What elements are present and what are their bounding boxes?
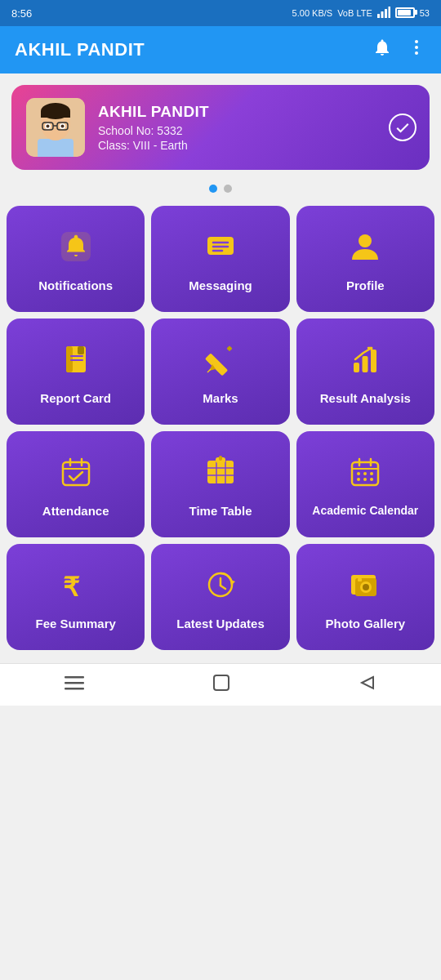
svg-point-54: [363, 472, 367, 475]
verified-checkmark-icon: [389, 114, 416, 141]
app-bar-actions: [372, 38, 426, 62]
latest-updates-label: Latest Updates: [176, 617, 265, 631]
grid-item-report-card[interactable]: Report Card: [7, 318, 145, 425]
notifications-label: Notifications: [38, 278, 113, 293]
svg-rect-31: [205, 353, 228, 376]
grid-item-notifications[interactable]: Notifications: [7, 206, 145, 312]
svg-rect-69: [65, 676, 84, 679]
svg-rect-33: [226, 345, 232, 351]
grid-item-latest-updates[interactable]: Latest Updates: [151, 544, 289, 650]
grid-item-fee-summary[interactable]: ₹ Fee Summary: [7, 544, 145, 650]
svg-rect-70: [65, 682, 84, 684]
status-bar: 8:56 5.00 KB/S VoB LTE 53: [0, 0, 441, 26]
svg-marker-73: [362, 677, 373, 688]
rupee-icon: ₹: [58, 567, 94, 608]
bottom-navigation: [0, 663, 441, 706]
timetable-icon: [203, 454, 238, 496]
result-analysis-label: Result Analysis: [320, 391, 411, 406]
svg-rect-28: [78, 346, 84, 354]
grid-item-profile[interactable]: Profile: [296, 206, 434, 312]
status-icons-group: 5.00 KB/S VoB LTE 53: [292, 7, 430, 20]
clock-refresh-icon: [203, 567, 238, 608]
carousel-dots: [0, 178, 441, 203]
svg-line-34: [207, 369, 211, 372]
messaging-label: Messaging: [189, 278, 252, 293]
svg-point-25: [359, 234, 372, 247]
attendance-label: Attendance: [42, 504, 109, 519]
avatar: [26, 98, 85, 157]
svg-point-4: [415, 40, 418, 43]
app-bar: AKHIL PANDIT: [0, 26, 441, 74]
grid-item-photo-gallery[interactable]: Photo Gallery: [296, 544, 434, 650]
pencil-icon: [203, 341, 238, 383]
notification-bell-icon[interactable]: [372, 38, 392, 62]
svg-rect-68: [358, 578, 362, 581]
grid-item-result-analysis[interactable]: Result Analysis: [296, 318, 434, 425]
status-time: 8:56: [11, 7, 32, 20]
profile-school-no: School No: 5332: [98, 124, 209, 137]
svg-point-57: [363, 478, 367, 481]
hamburger-icon[interactable]: [65, 673, 84, 697]
back-triangle-icon[interactable]: [359, 674, 376, 697]
profile-info: AKHIL PANDIT School No: 5332 Class: VIII…: [98, 103, 209, 152]
svg-point-6: [415, 51, 418, 55]
svg-rect-42: [207, 461, 234, 483]
network-indicator: VoB LTE: [337, 8, 372, 18]
svg-rect-72: [214, 675, 229, 690]
profile-class: Class: VIII - Earth: [98, 139, 209, 152]
dot-1[interactable]: [209, 185, 217, 193]
menu-dots-icon[interactable]: [407, 38, 426, 62]
photo-gallery-label: Photo Gallery: [326, 617, 406, 631]
app-bar-title: AKHIL PANDIT: [15, 39, 145, 60]
bell-icon: [58, 229, 94, 270]
grid-item-messaging[interactable]: Messaging: [151, 206, 289, 312]
profile-name: AKHIL PANDIT: [98, 103, 209, 121]
marks-label: Marks: [203, 391, 238, 406]
svg-rect-48: [219, 456, 222, 461]
person-icon: [347, 229, 383, 270]
svg-rect-37: [371, 350, 376, 372]
svg-rect-35: [354, 363, 359, 372]
photo-icon: [347, 567, 383, 608]
svg-point-55: [370, 472, 373, 475]
svg-rect-8: [38, 139, 74, 157]
grid-item-time-table[interactable]: Time Table: [151, 431, 289, 537]
svg-rect-2: [385, 9, 387, 18]
svg-rect-36: [363, 356, 368, 372]
profile-label: Profile: [346, 278, 385, 293]
svg-text:₹: ₹: [63, 572, 80, 602]
svg-point-20: [74, 234, 78, 238]
speed-indicator: 5.00 KB/S: [292, 8, 333, 18]
time-table-label: Time Table: [189, 504, 252, 519]
home-square-icon[interactable]: [212, 674, 230, 697]
svg-line-63: [220, 586, 225, 589]
signal-bars: [377, 7, 390, 20]
svg-point-18: [61, 125, 65, 128]
dot-2[interactable]: [224, 185, 232, 193]
svg-rect-3: [388, 7, 390, 18]
academic-calendar-label: Academic Calendar: [312, 504, 418, 518]
profile-card-wrapper: AKHIL PANDIT School No: 5332 Class: VIII…: [0, 74, 441, 178]
profile-card[interactable]: AKHIL PANDIT School No: 5332 Class: VIII…: [11, 85, 430, 170]
svg-point-5: [415, 46, 418, 49]
svg-point-58: [370, 478, 373, 481]
chart-icon: [347, 341, 383, 383]
grid-item-marks[interactable]: Marks: [151, 318, 289, 425]
svg-rect-0: [377, 14, 380, 18]
calendar-check-icon: [58, 454, 94, 496]
grid-item-academic-calendar[interactable]: Academic Calendar: [296, 431, 434, 537]
svg-rect-38: [63, 462, 89, 485]
svg-point-53: [357, 472, 360, 475]
book-icon: [58, 341, 94, 383]
menu-grid: Notifications Messaging Profile: [0, 203, 441, 657]
svg-point-56: [357, 478, 360, 481]
grid-item-attendance[interactable]: Attendance: [7, 431, 145, 537]
report-card-label: Report Card: [40, 391, 111, 406]
svg-rect-71: [65, 688, 84, 690]
battery-indicator: [395, 7, 415, 20]
svg-point-17: [47, 125, 50, 128]
battery-percent: 53: [420, 8, 430, 18]
svg-rect-11: [41, 111, 70, 118]
message-icon: [203, 229, 238, 270]
svg-point-67: [363, 584, 369, 590]
